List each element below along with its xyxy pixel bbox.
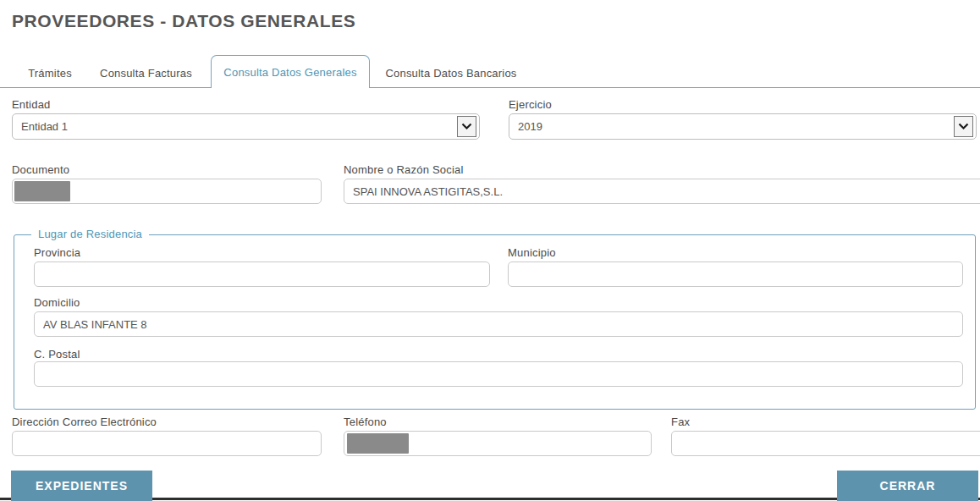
tab-consulta-datos-generales[interactable]: Consulta Datos Generales (211, 55, 370, 88)
chevron-down-icon[interactable] (954, 116, 973, 137)
entidad-label: Entidad (12, 98, 51, 111)
nombre-razon-social-label: Nombre o Razón Social (344, 163, 464, 176)
lugar-de-residencia-legend: Lugar de Residencia (31, 228, 149, 240)
tab-consulta-datos-bancarios[interactable]: Consulta Datos Bancarios (374, 59, 528, 87)
provincia-field[interactable] (34, 262, 490, 287)
lugar-de-residencia-fieldset: Lugar de Residencia Provincia Municipio … (14, 234, 976, 410)
c-postal-field[interactable] (34, 361, 963, 387)
documento-field[interactable] (12, 179, 322, 204)
telefono-label: Teléfono (344, 416, 387, 428)
c-postal-label: C. Postal (34, 348, 80, 361)
entidad-select[interactable]: Entidad 1 (12, 113, 480, 140)
tabbar-divider (0, 87, 980, 88)
documento-label: Documento (12, 163, 69, 176)
tab-label: Trámites (28, 67, 72, 80)
tab-label: Consulta Datos Bancarios (385, 67, 516, 80)
fax-label: Fax (671, 416, 690, 428)
tab-consulta-facturas[interactable]: Consulta Facturas (88, 59, 204, 87)
redacted-value (347, 433, 409, 454)
entidad-selected-value: Entidad 1 (21, 120, 68, 133)
municipio-label: Municipio (508, 246, 556, 259)
ejercicio-selected-value: 2019 (518, 120, 542, 133)
domicilio-field[interactable] (34, 311, 963, 337)
proveedores-datos-generales-window: PROVEEDORES - DATOS GENERALES Trámites C… (0, 0, 980, 501)
expedientes-button[interactable]: EXPEDIENTES (11, 471, 152, 501)
direccion-correo-electronico-label: Dirección Correo Electrónico (12, 416, 157, 428)
chevron-down-icon[interactable] (457, 116, 476, 137)
ejercicio-label: Ejercicio (509, 98, 552, 111)
ejercicio-select[interactable]: 2019 (509, 113, 977, 140)
tab-label: Consulta Datos Generales (223, 66, 356, 79)
tab-tramites[interactable]: Trámites (20, 59, 80, 87)
nombre-razon-social-field[interactable] (344, 179, 980, 204)
cerrar-button[interactable]: CERRAR (837, 471, 978, 501)
redacted-value (14, 181, 70, 201)
fax-field[interactable] (671, 431, 980, 456)
provincia-label: Provincia (34, 246, 80, 259)
domicilio-label: Domicilio (34, 296, 80, 309)
direccion-correo-electronico-field[interactable] (12, 431, 322, 456)
municipio-field[interactable] (508, 262, 963, 287)
page-title: PROVEEDORES - DATOS GENERALES (12, 11, 355, 31)
tab-label: Consulta Facturas (100, 67, 192, 80)
telefono-field[interactable] (344, 431, 652, 456)
